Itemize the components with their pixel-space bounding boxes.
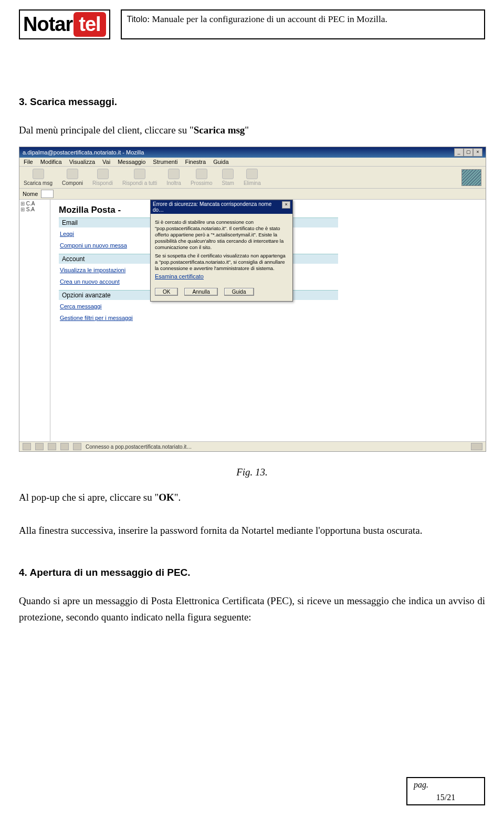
document-header: Notartel Titolo: Manuale per la configur…: [19, 9, 485, 39]
page-footer: pag. 15/21: [19, 777, 485, 805]
tree-node[interactable]: C.A: [20, 201, 49, 206]
window-title: a.dipalma@postacertificata.notariato.it …: [23, 149, 144, 156]
dialog-title: Errore di sicurezza: Mancata corrisponde…: [153, 201, 282, 213]
minimize-icon[interactable]: _: [454, 148, 464, 157]
download-icon: [33, 169, 44, 179]
status-icon: [35, 443, 44, 450]
page-number: 15/21: [408, 792, 483, 803]
throbber-icon: [461, 169, 481, 186]
account-central-title: Mozilla Posta -: [59, 205, 121, 215]
dialog-text-1: Si è cercato di stabilire una connession…: [155, 219, 288, 250]
window-titlebar: a.dipalma@postacertificata.notariato.it …: [19, 147, 486, 158]
name-dropdown[interactable]: [41, 190, 54, 198]
name-label: Nome: [23, 191, 38, 197]
status-bar: Connesso a pop.postacertificata.notariat…: [19, 441, 486, 451]
menu-item[interactable]: Strumenti: [153, 159, 177, 165]
ok-button[interactable]: OK: [155, 288, 178, 296]
forward-icon: [168, 169, 180, 179]
reply-all-icon: [134, 169, 145, 179]
title-text: Manuale per la configurazione di un acco…: [152, 14, 387, 24]
security-warning-dialog: Errore di sicurezza: Mancata corrisponde…: [150, 200, 293, 302]
title-label: Titolo: [127, 15, 148, 24]
section-3-heading: 3. Scarica messaggi.: [19, 96, 485, 108]
menu-item[interactable]: Vai: [102, 159, 110, 165]
toolbar-scarica-msg[interactable]: Scarica msg: [24, 169, 52, 186]
help-button[interactable]: Guida: [224, 288, 254, 296]
toolbar-componi[interactable]: Componi: [62, 169, 83, 186]
section-3-paragraph: Dal menù principale del client, cliccare…: [19, 122, 485, 138]
menu-bar: File Modifica Visualizza Vai Messaggio S…: [19, 158, 486, 167]
status-text: Connesso a pop.postacertificata.notariat…: [86, 444, 467, 450]
logo: Notartel: [19, 9, 110, 39]
section-4-paragraph: Quando si apre un messaggio di Posta Ele…: [19, 593, 485, 625]
next-icon: [196, 169, 207, 179]
password-instruction: Alla finestra successiva, inserire la pa…: [19, 523, 485, 539]
popup-instruction: Al pop-up che si apre, cliccare su "OK".: [19, 490, 485, 505]
tree-node[interactable]: S.A: [20, 206, 49, 212]
status-icon: [60, 443, 69, 450]
status-icon: [73, 443, 81, 450]
link-gestione-filtri[interactable]: Gestione filtri per i messaggi: [60, 315, 477, 321]
account-central: Mozilla Posta - b.it Email Leggi Componi…: [50, 200, 486, 441]
toolbar-prossimo: Prossimo: [191, 169, 213, 186]
link-esamina-certificato[interactable]: Esamina certificato: [155, 273, 288, 281]
figure-13-caption: Fig. 13.: [19, 467, 485, 478]
menu-item[interactable]: Finestra: [185, 159, 206, 165]
print-icon: [222, 169, 234, 179]
reply-icon: [97, 169, 109, 179]
figure-13-screenshot: a.dipalma@postacertificata.notariato.it …: [19, 147, 486, 452]
toolbar-inoltra: Inoltra: [166, 169, 181, 186]
folder-tree[interactable]: C.A S.A: [19, 200, 50, 441]
compose-icon: [67, 169, 78, 179]
delete-icon: [246, 169, 258, 179]
toolbar-rispondi-tutti: Rispondi a tutti: [122, 169, 157, 186]
toolbar-rispondi: Rispondi: [92, 169, 113, 186]
menu-item[interactable]: Guida: [213, 159, 228, 165]
menu-item[interactable]: File: [24, 159, 33, 165]
link-cerca-messaggi[interactable]: Cerca messaggi: [60, 303, 477, 309]
status-end-icon: [471, 443, 482, 450]
toolbar-stam: Stam: [222, 169, 234, 186]
dialog-close-icon[interactable]: ×: [282, 201, 290, 209]
maximize-icon[interactable]: ▢: [464, 148, 473, 157]
cancel-button[interactable]: Annulla: [184, 288, 217, 296]
status-icon: [48, 443, 56, 450]
toolbar: Scarica msg Componi Rispondi Rispondi a …: [19, 167, 486, 189]
title-box: Titolo: Manuale per la configurazione di…: [121, 9, 485, 39]
menu-item[interactable]: Modifica: [40, 159, 62, 165]
page-label: pag.: [408, 779, 483, 791]
status-icon: [23, 443, 31, 450]
dialog-text-2: Se si sospetta che il certificato visual…: [155, 253, 288, 272]
menu-item[interactable]: Messaggio: [118, 159, 145, 165]
section-4-heading: 4. Apertura di un messaggio di PEC.: [19, 567, 485, 578]
logo-text-left: Notar: [23, 13, 72, 36]
name-bar: Nome: [19, 189, 486, 200]
menu-item[interactable]: Visualizza: [69, 159, 95, 165]
toolbar-elimina: Elimina: [244, 169, 261, 186]
dialog-titlebar: Errore di sicurezza: Mancata corrisponde…: [151, 200, 292, 214]
logo-text-right: tel: [74, 12, 106, 37]
close-icon[interactable]: ×: [473, 148, 482, 157]
